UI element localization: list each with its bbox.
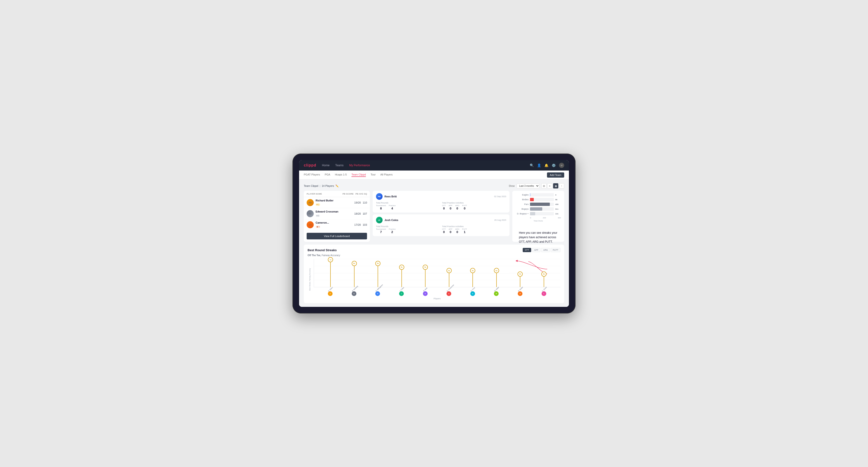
table-view-btn[interactable]: ▦ [553,183,558,188]
stat-value: 2 [389,230,396,234]
player-info: EC Edward Crossman ♦ 2 [307,210,354,217]
player-avg: 107 [363,212,367,215]
streak-bar-group: 3x [518,272,523,287]
profile-avatar[interactable]: U [559,163,564,168]
user-icon[interactable]: 👤 [537,163,541,167]
streak-line [401,270,402,287]
card-player-info: RB Rees Britt [376,193,397,200]
stat-value: 0 [448,207,453,210]
filter-arg[interactable]: ARG [541,248,550,252]
nav-teams[interactable]: Teams [335,164,343,167]
streak-player-avatar: R [518,291,522,296]
card-header: JC Josh Coles 26 Aug 2023 [376,217,506,223]
bar-value: 96 [555,198,561,201]
stat-value: 1 [462,230,467,234]
tab-pgat[interactable]: PGAT Players [304,173,320,177]
streak-player-avatar: R [423,291,428,296]
add-team-button[interactable]: Add Team [547,173,564,178]
x-label: 0 [530,217,531,219]
rank-badge: ◆ 3 [316,225,320,228]
streak-line [425,270,426,287]
bar-container [530,193,554,196]
team-name: Team Clippd [304,184,318,187]
list-view-btn[interactable]: ≡ [547,183,552,188]
bar-label: D. Bogeys + [516,213,529,215]
avatar: RB [307,199,314,206]
card-avatar: JC [376,217,382,223]
chart-x-axis: 0 200 400 [516,217,561,219]
tab-hcaps[interactable]: Hcaps 1-5 [335,173,347,177]
streak-player-avatar: E [328,291,333,296]
streak-player-avatar: C [541,291,546,296]
streak-player-avatar: D [375,291,380,296]
x-axis-label: Players [314,298,560,300]
stat-label: ARG [455,205,459,207]
streak-bar-group: 6x [352,261,357,287]
notification-icon[interactable]: 🔔 [545,163,549,167]
grid-view-btn[interactable]: ⊞ [541,183,547,188]
filter-app[interactable]: APP [532,248,540,252]
stat-value: 0 [455,230,459,234]
search-icon[interactable]: 🔍 [530,163,534,167]
streak-line [520,277,520,287]
player-avg: 103 [363,223,367,226]
streak-player-avatar: J [399,291,404,296]
streaks-section: Best Round Streaks OTT APP ARG PUTT Off … [304,245,564,303]
player-name: Edward Crossman [316,210,338,213]
export-btn[interactable]: ↑ [559,183,564,188]
bar-value: 3 [555,194,561,196]
streak-line [472,273,473,287]
card-header: RB Rees Britt 02 Sep 2023 [376,193,506,200]
stat-value: 0 [455,207,459,210]
bar-label: Birdies [516,198,529,201]
streak-bar-group: 3x [541,272,547,287]
streak-player-avatar: E [446,291,451,296]
player-score: 17/20 [354,223,361,226]
period-select[interactable]: Last 3 months [517,184,539,188]
stat-group-label: Total Practice Activities [442,201,506,204]
bar-fill [530,212,535,215]
streak-line [330,262,331,287]
app-logo: clippd [304,163,316,167]
stat-value: 0 [442,207,446,210]
card-player-name: Josh Coles [384,219,398,221]
streak-player-avatar: D [470,291,475,296]
filter-ott[interactable]: OTT [523,248,531,252]
tab-all-players[interactable]: All Players [380,173,393,177]
grid-line [314,280,560,280]
stat-label: ARG [455,228,459,230]
edit-icon[interactable]: ✏️ [335,184,339,187]
nav-my-performance[interactable]: My Performance [349,164,370,167]
player-score: 19/20 [354,201,361,204]
chart-bar-row: Eagles 3 [516,193,561,196]
settings-icon[interactable]: ⚙️ [552,163,556,167]
filter-putt[interactable]: PUTT [551,248,561,252]
chart-bar-row: Birdies 96 [516,198,561,201]
card-avatar: RB [376,193,382,200]
tab-tour[interactable]: Tour [371,173,375,177]
sub-nav: PGAT Players PGA Hcaps 1-5 Team Clippd T… [299,170,569,180]
stat-value: 0 [448,230,453,234]
bar-value: 131 [555,213,561,215]
x-label: 200 [543,217,546,219]
leaderboard-header: PLAYER NAME PB SCORE PB AVG SQ [304,191,370,197]
nav-links: Home Teams My Performance [322,164,370,167]
tab-pga[interactable]: PGA [325,173,330,177]
player-count: | [319,184,320,187]
card-stats: Total Rounds Tournament 8 Practice 4 [376,201,506,210]
stat-group-label: Total Rounds [376,201,440,204]
streak-bubble: 4x [470,268,475,273]
streak-chart-body: 7x 6x 6x 5x 5x 4x 4x 4x 3x 3x E. EbertB.… [314,259,560,300]
streak-line [544,277,544,287]
player-name: Cameron... [316,221,329,224]
streak-line [354,266,354,287]
streaks-title: Best Round Streaks [308,248,337,252]
player-card: JC Josh Coles 26 Aug 2023 Total Rounds T… [373,214,509,236]
nav-home[interactable]: Home [322,164,330,167]
table-row: RB Richard Butler ♥ 1 19/20 110 [304,197,370,208]
bar-chart: Eagles 3 Birdies 96 Pars 499 Bogeys 311 … [516,193,561,215]
player-info: CA Cameron... ◆ 3 [307,221,354,228]
tab-team-clippd[interactable]: Team Clippd [351,173,366,177]
stat-group-label: Total Rounds [376,225,440,228]
view-leaderboard-button[interactable]: View Full Leaderboard [307,233,367,239]
